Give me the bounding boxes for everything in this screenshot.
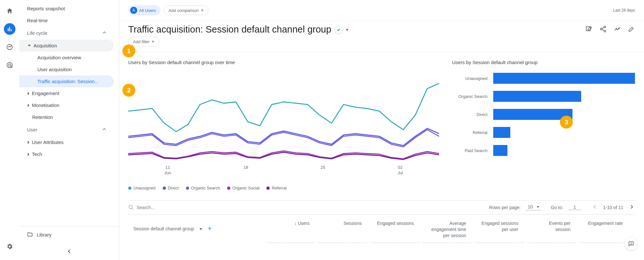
sidebar-item-user-acq[interactable]: User acquisition bbox=[19, 63, 114, 75]
sidebar-item-reports-snapshot[interactable]: Reports snapshot bbox=[19, 3, 114, 14]
filter-row: Add filter + bbox=[119, 37, 644, 52]
table-area: Rows per page: 10 Go to: 1 1-10 of 11 Se… bbox=[119, 200, 644, 243]
sidebar-item-engagement[interactable]: Engagement bbox=[19, 87, 114, 99]
svg-point-11 bbox=[618, 28, 619, 29]
sidebar-item-monetisation[interactable]: Monetisation bbox=[19, 99, 114, 111]
sidebar-section-user[interactable]: User bbox=[19, 123, 114, 136]
bar-label: Organic Search bbox=[452, 94, 487, 99]
svg-point-10 bbox=[616, 28, 617, 29]
legend-item[interactable]: Referral bbox=[266, 186, 286, 190]
feedback-button[interactable] bbox=[625, 237, 638, 250]
legend-item[interactable]: Direct bbox=[163, 186, 179, 190]
share-icon[interactable] bbox=[600, 25, 607, 34]
search-input[interactable] bbox=[137, 205, 201, 210]
col-engagement-rate[interactable]: Engagement rate bbox=[580, 217, 628, 243]
insights-icon[interactable] bbox=[614, 25, 621, 34]
label: Life cycle bbox=[27, 30, 47, 36]
segment-all-users[interactable]: A All Users bbox=[128, 5, 160, 15]
goto-input[interactable]: 1 bbox=[568, 205, 581, 210]
caret-down-icon bbox=[28, 45, 31, 46]
caret-right-icon bbox=[28, 141, 29, 144]
dimension-header[interactable]: Session default channel group ▾ + bbox=[128, 215, 264, 243]
svg-point-12 bbox=[129, 205, 132, 209]
svg-point-0 bbox=[7, 44, 12, 50]
bar-row: Referral bbox=[452, 127, 635, 138]
sidebar-item-realtime[interactable]: Real-time bbox=[19, 14, 114, 26]
sidebar-item-user-attributes[interactable]: User Attributes bbox=[19, 136, 114, 148]
svg-line-9 bbox=[602, 29, 604, 31]
svg-point-7 bbox=[604, 30, 606, 32]
annotation-2: 2 bbox=[122, 84, 135, 97]
label: User acquisition bbox=[37, 67, 72, 72]
label: Real-time bbox=[27, 18, 48, 23]
charts: Users by Session default channel group o… bbox=[119, 52, 644, 194]
line-chart: 11Jun18 25 02Jul bbox=[128, 73, 439, 182]
line-chart-legend: UnassignedDirectOrganic SearchOrganic So… bbox=[128, 182, 439, 190]
col-users[interactable]: ↓Users bbox=[266, 217, 315, 243]
explore-icon[interactable] bbox=[4, 41, 15, 53]
svg-point-5 bbox=[604, 26, 606, 28]
table-pager: Rows per page: 10 Go to: 1 1-10 of 11 bbox=[489, 204, 635, 211]
sidebar-item-traffic-acq[interactable]: Traffic acquisition: Session... bbox=[19, 75, 114, 87]
annotation-3: 3 bbox=[560, 116, 573, 129]
edit-icon[interactable] bbox=[628, 25, 635, 34]
prev-page-button[interactable] bbox=[591, 204, 598, 211]
sidebar-item-retention[interactable]: Retention bbox=[19, 111, 114, 123]
label: User Attributes bbox=[32, 140, 63, 145]
table-controls: Rows per page: 10 Go to: 1 1-10 of 11 bbox=[128, 200, 635, 214]
caret-right-icon bbox=[28, 153, 29, 156]
add-comparison-button[interactable]: Add comparison + bbox=[164, 5, 208, 15]
sidebar-item-acq-overview[interactable]: Acquisition overview bbox=[19, 52, 114, 63]
dropdown-caret-icon[interactable]: ▾ bbox=[346, 27, 348, 32]
col-avg-engagement[interactable]: Average engagement time per session bbox=[423, 217, 471, 243]
bar-chart-panel: Users by Session default channel group U… bbox=[452, 60, 635, 190]
label: Add comparison bbox=[168, 8, 199, 13]
svg-line-13 bbox=[132, 208, 133, 210]
sidebar-item-tech[interactable]: Tech bbox=[19, 148, 114, 160]
goto-label: Go to: bbox=[551, 205, 563, 210]
col-events-per-session[interactable]: Events per session bbox=[527, 217, 576, 243]
bar-row: Organic Search bbox=[452, 91, 635, 102]
label: Retention bbox=[32, 114, 53, 120]
advertising-icon[interactable] bbox=[4, 59, 15, 71]
reports-icon[interactable] bbox=[4, 23, 15, 35]
page-range: 1-10 of 11 bbox=[603, 205, 623, 210]
caret-right-icon bbox=[28, 92, 29, 95]
legend-item[interactable]: Unassigned bbox=[128, 186, 156, 190]
svg-line-8 bbox=[602, 27, 604, 29]
bar-row: Unassigned bbox=[452, 73, 635, 84]
sidebar-item-acquisition[interactable]: Acquisition bbox=[19, 40, 114, 52]
icon-rail bbox=[0, 0, 19, 260]
label: Tech bbox=[32, 151, 42, 157]
col-eng-sessions-per-user[interactable]: Engaged sessions per user bbox=[475, 217, 524, 243]
label: Engagement bbox=[32, 91, 59, 96]
collapse-sidebar-button[interactable] bbox=[19, 243, 119, 260]
table-search[interactable] bbox=[128, 205, 486, 210]
page-title: Traffic acquisition: Session default cha… bbox=[128, 24, 331, 35]
folder-icon bbox=[27, 232, 33, 237]
next-page-button[interactable] bbox=[629, 204, 635, 211]
legend-item[interactable]: Organic Social bbox=[227, 186, 260, 190]
add-dimension-button[interactable]: + bbox=[208, 225, 212, 232]
sidebar-item-library[interactable]: Library bbox=[19, 226, 119, 243]
label: User bbox=[27, 127, 37, 132]
verified-icon[interactable] bbox=[334, 25, 343, 34]
settings-icon[interactable] bbox=[4, 241, 15, 252]
customize-icon[interactable] bbox=[585, 25, 592, 34]
home-icon[interactable] bbox=[4, 5, 15, 17]
sidebar-section-lifecycle[interactable]: Life cycle bbox=[19, 26, 114, 40]
bar-label: Direct bbox=[452, 112, 487, 117]
legend-item[interactable]: Organic Search bbox=[186, 186, 220, 190]
action-icons bbox=[585, 25, 635, 34]
label: Library bbox=[37, 232, 52, 237]
title-row: Traffic acquisition: Session default cha… bbox=[119, 21, 644, 37]
rows-per-page-select[interactable]: 10 bbox=[526, 204, 541, 210]
col-sessions[interactable]: Sessions bbox=[319, 217, 367, 243]
date-range[interactable]: Last 28 days bbox=[613, 8, 635, 13]
sort-desc-icon: ↓ bbox=[294, 221, 296, 226]
bar-label: Unassigned bbox=[452, 76, 487, 81]
line-chart-panel: Users by Session default channel group o… bbox=[128, 60, 439, 190]
add-filter-button[interactable]: Add filter + bbox=[128, 37, 159, 46]
col-engaged-sessions[interactable]: Engaged sessions bbox=[371, 217, 419, 243]
bar-chart: UnassignedOrganic SearchDirectReferralPa… bbox=[452, 73, 635, 156]
